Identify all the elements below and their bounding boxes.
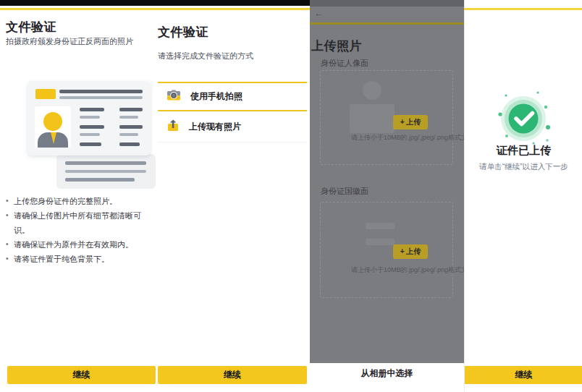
dimmed-overlay: ← 上传照片 身份证人像面 + 上传 请上传小于10MB的.jpg/.jpeg/… [310,0,464,363]
method-options: 使用手机拍照 上传现有照片 [158,82,307,142]
panel-document-verification-intro: 文件验证 拍摄政府颁发身份证正反两面的照片 [0,0,156,392]
status-bar [0,0,310,6]
page-title: 上传照片 [311,38,362,54]
card-logo-block [35,89,56,99]
instruction-item: 请确保证件为原件并在有效期内。 [6,237,154,252]
instruction-list: 上传您身份证件的完整照片。 请确保上传图片中所有细节都清晰可识。 请确保证件为原… [6,194,154,266]
instruction-item: 请确保上传图片中所有细节都清晰可识。 [6,208,154,237]
upload-hint-front: 请上传小于10MB的.jpg/.jpeg/.png格式文件 [351,133,464,142]
success-title: 证件已上传 [465,144,582,158]
id-front-label: 身份证人像面 [321,58,368,69]
upload-hint-back: 请上传小于10MB的.jpg/.jpeg/.png格式文件 [351,265,464,275]
continue-button[interactable]: 继续 [158,366,307,384]
instruction-item: 请将证件置于纯色背景下。 [6,252,154,266]
page-title: 文件验证 [6,19,56,35]
camera-icon [166,90,181,104]
card-photo-avatar [35,106,71,148]
choose-from-album-button[interactable]: 从相册中选择 [310,363,464,384]
option-upload-photo[interactable]: 上传现有照片 [158,111,307,142]
page-subtitle: 拍摄政府颁发身份证正反两面的照片 [6,36,133,47]
continue-button[interactable]: 继续 [7,366,156,384]
continue-button[interactable]: 继续 [465,366,582,384]
id-card-front-graphic [28,81,151,155]
instruction-item: 上传您身份证件的完整照片。 [6,194,154,208]
status-bar [310,0,464,7]
panel-verification-method: 文件验证 请选择完成文件验证的方式 使用手机拍照 [158,0,307,392]
upload-dropzone-back[interactable]: + 上传 请上传小于10MB的.jpg/.jpeg/.png格式文件 [320,202,453,298]
id-back-label: 身份证国徽面 [321,186,368,197]
page-subtitle: 请选择完成文件验证的方式 [158,51,253,61]
upload-button-front[interactable]: + 上传 [393,115,428,129]
option-label: 上传现有照片 [189,121,241,133]
accent-divider [310,22,464,25]
upload-button-back[interactable]: + 上传 [393,244,428,259]
option-take-photo[interactable]: 使用手机拍照 [158,83,307,111]
panel-upload-photos-dimmed: ← 上传照片 身份证人像面 + 上传 请上传小于10MB的.jpg/.jpeg/… [310,0,464,392]
upload-dropzone-front[interactable]: + 上传 请上传小于10MB的.jpg/.jpeg/.png格式文件 [320,70,453,165]
id-card-back-graphic [56,154,156,189]
id-card-illustration [22,80,156,189]
option-label: 使用手机拍照 [190,90,242,103]
page-title: 文件验证 [158,24,208,41]
success-subtitle: 请单击“继续”以进入下一步 [465,162,582,172]
back-arrow-icon[interactable]: ← [314,8,324,19]
upload-icon [166,119,180,135]
panel-upload-success: 证件已上传 请单击“继续”以进入下一步 继续 [464,0,582,392]
accent-divider [0,8,582,10]
